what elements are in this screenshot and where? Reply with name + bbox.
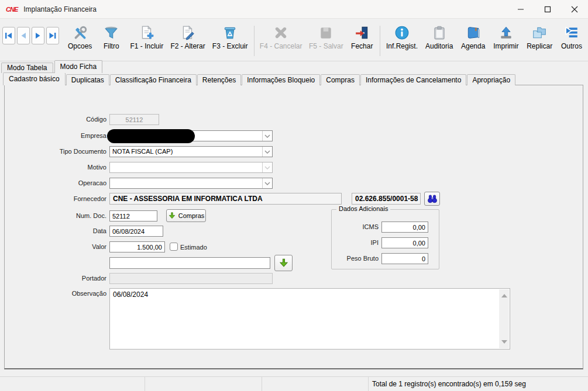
toolbar-button-auditoria[interactable]: Auditoria bbox=[421, 25, 457, 51]
record-navigator bbox=[2, 27, 59, 44]
tools-icon bbox=[73, 25, 88, 40]
tab-label: Informações de Cancelamento bbox=[366, 76, 461, 84]
observacao-scrollbar[interactable] bbox=[499, 289, 509, 348]
tab-label: Cadastro básico bbox=[9, 75, 60, 83]
close-button[interactable] bbox=[561, 0, 588, 19]
peso-bruto-label: Peso Bruto bbox=[308, 255, 379, 262]
fornecedor-search-button[interactable] bbox=[424, 192, 440, 206]
tab-cadastro-basico[interactable]: Cadastro básico bbox=[3, 72, 66, 85]
tipo-documento-value: NOTA FISCAL (CAP) bbox=[110, 147, 262, 157]
dados-adicionais-group: Dados Adicionais ICMS IPI Peso Bruto bbox=[331, 209, 439, 269]
save-icon bbox=[318, 25, 333, 40]
toolbar-button-label: Inf.Regist. bbox=[386, 42, 418, 50]
fornecedor-label: Fornecedor bbox=[36, 195, 106, 202]
tipo-documento-label: Tipo Documento bbox=[36, 148, 106, 155]
filter-icon bbox=[104, 25, 119, 40]
valor-field[interactable] bbox=[109, 241, 165, 252]
motivo-dropdown-arrow bbox=[262, 162, 272, 172]
toolbar-button-replicar[interactable]: Replicar bbox=[522, 25, 556, 51]
maximize-button[interactable] bbox=[534, 0, 561, 19]
tab-apropriacao[interactable]: Apropriação bbox=[467, 74, 515, 85]
tab-modo-tabela[interactable]: Modo Tabela bbox=[1, 63, 53, 73]
binoculars-icon bbox=[427, 194, 438, 203]
toolbar-button-label: Outros bbox=[561, 42, 582, 50]
observacao-textarea[interactable]: 06/08/2024 bbox=[109, 288, 510, 350]
tab-label: Modo Ficha bbox=[60, 63, 97, 71]
data-field[interactable] bbox=[109, 226, 163, 237]
chevron-down-icon bbox=[264, 150, 270, 154]
document-plus-icon bbox=[139, 25, 154, 40]
toolbar-button-opcoes[interactable]: Opcoes bbox=[64, 25, 96, 51]
close-icon bbox=[571, 6, 578, 13]
tab-modo-ficha[interactable]: Modo Ficha bbox=[54, 60, 103, 73]
icms-label: ICMS bbox=[308, 223, 379, 230]
num-doc-field[interactable] bbox=[109, 210, 157, 222]
minimize-icon bbox=[517, 6, 524, 13]
toolbar-button-label: F1 - Incluir bbox=[130, 42, 163, 50]
toolbar-separator bbox=[254, 26, 255, 56]
toolbar-button-f3-excluir[interactable]: F3 - Excluir bbox=[209, 25, 252, 51]
toolbar-button-f1-incluir[interactable]: F1 - Incluir bbox=[126, 25, 167, 51]
tab-informacoes-de-cancelamento[interactable]: Informações de Cancelamento bbox=[360, 74, 466, 85]
tipo-documento-select[interactable]: NOTA FISCAL (CAP) bbox=[109, 146, 273, 157]
cadastro-basico-panel: Código Empresa Tipo Documento NOTA FISCA… bbox=[4, 85, 583, 369]
green-arrow-button[interactable] bbox=[274, 255, 293, 271]
copy-folders-icon bbox=[532, 25, 547, 40]
tipo-documento-dropdown-arrow[interactable] bbox=[262, 147, 272, 157]
scroll-down-icon[interactable] bbox=[501, 340, 507, 344]
tab-label: Duplicatas bbox=[71, 76, 104, 84]
toolbar-button-agenda[interactable]: Agenda bbox=[457, 25, 489, 51]
clipboard-icon bbox=[432, 25, 447, 40]
empresa-dropdown-arrow[interactable] bbox=[262, 131, 272, 141]
compras-button-label: Compras bbox=[178, 212, 205, 219]
estimado-checkbox[interactable] bbox=[170, 243, 178, 251]
nav-prev-button[interactable] bbox=[17, 27, 30, 44]
toolbar-button-f5-salvar: F5 - Salvar bbox=[305, 25, 347, 51]
observacao-text: 06/08/2024 bbox=[113, 290, 148, 299]
tab-retencoes[interactable]: Retenções bbox=[197, 74, 241, 85]
scroll-up-icon[interactable] bbox=[501, 294, 507, 297]
nav-last-button[interactable] bbox=[46, 27, 59, 44]
peso-bruto-field[interactable] bbox=[381, 253, 428, 264]
chevron-down-icon bbox=[264, 181, 270, 186]
compras-button[interactable]: Compras bbox=[166, 209, 206, 222]
toolbar-button-label: F5 - Salvar bbox=[309, 42, 343, 50]
toolbar-button-filtro[interactable]: Filtro bbox=[96, 25, 126, 51]
status-cell-2 bbox=[145, 377, 262, 391]
toolbar-button-f2-alterar[interactable]: F2 - Alterar bbox=[167, 25, 208, 51]
minimize-button[interactable] bbox=[507, 0, 534, 19]
toolbar-separator bbox=[380, 26, 380, 56]
toolbar-button-label: F4 - Cancelar bbox=[260, 42, 302, 50]
print-icon bbox=[498, 25, 514, 40]
toolbar-button-label: Agenda bbox=[461, 42, 485, 50]
toolbar-button-outros[interactable]: Outros bbox=[556, 25, 587, 51]
chevron-down-icon bbox=[264, 165, 270, 170]
tab-label: Compras bbox=[326, 76, 355, 84]
document-edit-icon bbox=[180, 25, 195, 40]
operacao-dropdown-arrow[interactable] bbox=[262, 178, 272, 188]
tab-duplicatas[interactable]: Duplicatas bbox=[66, 74, 109, 85]
maximize-icon bbox=[544, 6, 551, 13]
toolbar-button-fechar[interactable]: Fechar bbox=[347, 25, 377, 51]
tab-compras[interactable]: Compras bbox=[321, 74, 360, 85]
ipi-field[interactable] bbox=[381, 237, 428, 248]
num-doc-label: Num. Doc. bbox=[36, 212, 106, 219]
operacao-select[interactable] bbox=[109, 178, 273, 189]
nav-first-button[interactable] bbox=[2, 27, 15, 44]
tab-classificacao-financeira[interactable]: Classificação Financeira bbox=[110, 74, 197, 85]
tab-informacoes-bloqueio[interactable]: Informações Bloqueio bbox=[242, 74, 320, 85]
toolbar-button-label: Auditoria bbox=[425, 42, 453, 50]
exit-door-icon bbox=[355, 25, 370, 40]
toolbar-button-f4-cancelar: F4 - Cancelar bbox=[256, 25, 305, 51]
toolbar-button-imprimir[interactable]: Imprimir bbox=[489, 25, 522, 51]
nav-next-button[interactable] bbox=[32, 27, 44, 44]
window-controls bbox=[507, 0, 588, 19]
toolbar-button-label: Filtro bbox=[104, 42, 119, 50]
toolbar-button-inf-regist[interactable]: Inf.Regist. bbox=[383, 25, 422, 51]
icms-field[interactable] bbox=[381, 222, 428, 233]
toolbar-button-label: F2 - Alterar bbox=[170, 42, 205, 50]
list-more-icon bbox=[564, 25, 579, 40]
toolbar-button-label: Opcoes bbox=[68, 42, 92, 50]
extra-field[interactable] bbox=[109, 257, 270, 269]
nav-next-icon bbox=[35, 32, 42, 39]
